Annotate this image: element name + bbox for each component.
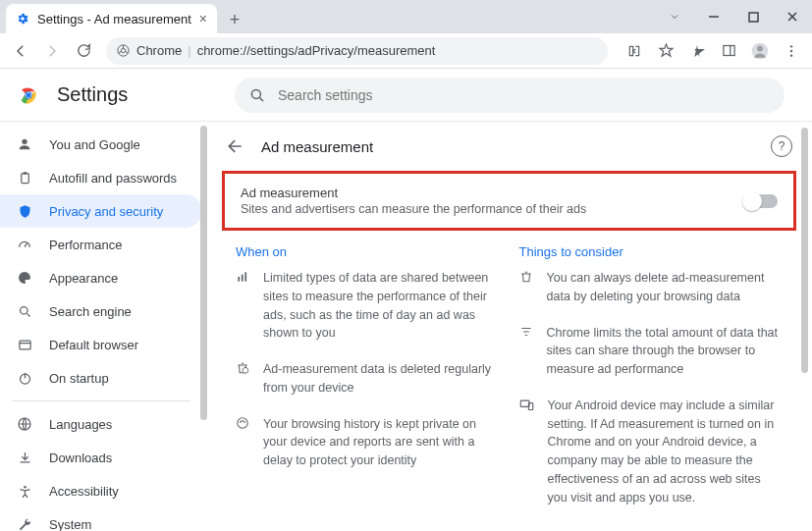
share-icon[interactable] xyxy=(620,36,649,66)
info-text: Your Android device may include a simila… xyxy=(548,397,784,507)
settings-favicon-icon xyxy=(16,12,29,26)
search-settings-input[interactable] xyxy=(278,87,771,103)
search-icon xyxy=(16,304,33,319)
svg-rect-34 xyxy=(520,400,529,406)
devices-icon xyxy=(519,397,534,507)
address-bar[interactable]: Chrome | chrome://settings/adPrivacy/mea… xyxy=(106,37,608,65)
settings-header: Settings xyxy=(0,69,812,122)
browser-tab[interactable]: Settings - Ad measurement × xyxy=(6,4,217,33)
settings-sidebar: You and Google Autofill and passwords Pr… xyxy=(0,122,206,531)
sidebar-item-accessibility[interactable]: Accessibility xyxy=(0,474,202,507)
svg-line-20 xyxy=(25,243,27,247)
sidebar-item-appearance[interactable]: Appearance xyxy=(0,261,202,294)
sidebar-item-on-startup[interactable]: On startup xyxy=(0,361,202,395)
svg-rect-1 xyxy=(749,13,758,22)
info-row: Your browsing history is kept private on… xyxy=(236,415,500,470)
window-controls xyxy=(655,0,812,33)
wrench-icon xyxy=(16,517,33,532)
menu-icon[interactable] xyxy=(777,36,806,66)
back-arrow-icon[interactable] xyxy=(226,136,245,156)
info-text: You can always delete ad-measurement dat… xyxy=(547,269,784,306)
main-scrollbar[interactable] xyxy=(801,128,808,373)
sidebar-item-performance[interactable]: Performance xyxy=(0,228,202,261)
info-row: Limited types of data are shared between… xyxy=(236,269,500,343)
sidebar-item-you-and-google[interactable]: You and Google xyxy=(0,128,202,161)
svg-rect-19 xyxy=(23,172,27,175)
sidebar-item-languages[interactable]: Languages xyxy=(0,407,202,441)
back-button[interactable] xyxy=(6,36,35,66)
download-icon xyxy=(16,451,33,465)
svg-line-22 xyxy=(27,313,29,316)
sidebar-item-label: Languages xyxy=(49,417,112,432)
when-on-heading: When on xyxy=(236,244,500,259)
settings-title: Settings xyxy=(57,83,128,106)
sidebar-item-privacy[interactable]: Privacy and security xyxy=(0,194,202,228)
sidebar-item-downloads[interactable]: Downloads xyxy=(0,441,202,474)
side-panel-icon[interactable] xyxy=(714,36,743,66)
info-text: Limited types of data are shared between… xyxy=(263,269,500,343)
sidebar-item-search-engine[interactable]: Search engine xyxy=(0,294,202,328)
trash-icon xyxy=(519,269,533,306)
extensions-icon[interactable] xyxy=(682,36,712,66)
ad-measurement-toggle[interactable] xyxy=(744,194,778,208)
profile-avatar-icon[interactable] xyxy=(745,36,775,66)
minimize-button[interactable] xyxy=(694,0,733,33)
url-text: chrome://settings/adPrivacy/measurement xyxy=(197,43,436,58)
svg-point-33 xyxy=(238,417,248,428)
svg-point-32 xyxy=(243,367,248,373)
maximize-button[interactable] xyxy=(733,0,773,33)
info-text: Ad-measurement data is deleted regularly… xyxy=(263,360,500,398)
info-text: Chrome limits the total amount of data t… xyxy=(547,324,784,379)
close-window-button[interactable] xyxy=(773,0,812,33)
new-tab-button[interactable]: + xyxy=(221,6,248,33)
page-title: Ad measurement xyxy=(261,138,373,155)
ad-measurement-toggle-row: Ad measurement Sites and advertisers can… xyxy=(222,171,796,231)
close-tab-icon[interactable]: × xyxy=(199,11,207,27)
sidebar-item-label: Performance xyxy=(49,238,122,252)
svg-line-16 xyxy=(259,97,263,101)
info-row: Chrome limits the total amount of data t… xyxy=(519,324,784,379)
svg-point-10 xyxy=(790,54,792,56)
sidebar-divider xyxy=(12,400,190,401)
help-icon[interactable]: ? xyxy=(771,135,792,157)
chrome-logo-icon xyxy=(18,84,39,106)
tab-dropdown-icon[interactable] xyxy=(655,0,694,33)
browser-toolbar: Chrome | chrome://settings/adPrivacy/mea… xyxy=(0,33,812,69)
clipboard-icon xyxy=(16,171,33,186)
search-icon xyxy=(248,86,266,104)
bars-icon xyxy=(236,269,249,343)
filter-icon xyxy=(519,324,533,379)
power-icon xyxy=(16,371,33,386)
info-row: Your Android device may include a simila… xyxy=(519,397,784,507)
svg-point-17 xyxy=(22,139,27,144)
reload-button[interactable] xyxy=(69,36,98,66)
settings-main: Ad measurement ? Ad measurement Sites an… xyxy=(206,122,812,531)
accessibility-icon xyxy=(16,484,33,499)
sidebar-item-label: Privacy and security xyxy=(49,204,163,219)
info-row: Ad-measurement data is deleted regularly… xyxy=(236,360,500,398)
sidebar-item-system[interactable]: System xyxy=(0,507,202,531)
svg-rect-4 xyxy=(723,46,733,56)
consider-column: Things to consider You can always delete… xyxy=(519,244,784,524)
sidebar-item-label: Search engine xyxy=(49,304,132,319)
search-settings[interactable] xyxy=(235,78,785,113)
titlebar: Settings - Ad measurement × + xyxy=(0,0,812,33)
gauge-icon xyxy=(16,237,33,252)
sidebar-item-default-browser[interactable]: Default browser xyxy=(0,328,202,361)
sidebar-item-label: Default browser xyxy=(49,338,138,352)
bookmark-icon[interactable] xyxy=(651,36,680,66)
origin-label: Chrome xyxy=(136,43,182,58)
svg-rect-29 xyxy=(238,277,240,282)
svg-point-21 xyxy=(20,306,27,314)
forward-button[interactable] xyxy=(37,36,67,66)
sidebar-item-label: You and Google xyxy=(49,137,140,152)
sidebar-item-autofill[interactable]: Autofill and passwords xyxy=(0,161,202,194)
page-header: Ad measurement ? xyxy=(206,122,812,167)
svg-point-28 xyxy=(24,485,27,488)
sidebar-item-label: Downloads xyxy=(49,451,112,465)
auto-delete-icon xyxy=(236,360,249,398)
sidebar-item-label: Appearance xyxy=(49,271,118,286)
person-icon xyxy=(16,136,33,152)
svg-point-8 xyxy=(790,45,792,47)
svg-point-9 xyxy=(790,49,792,51)
